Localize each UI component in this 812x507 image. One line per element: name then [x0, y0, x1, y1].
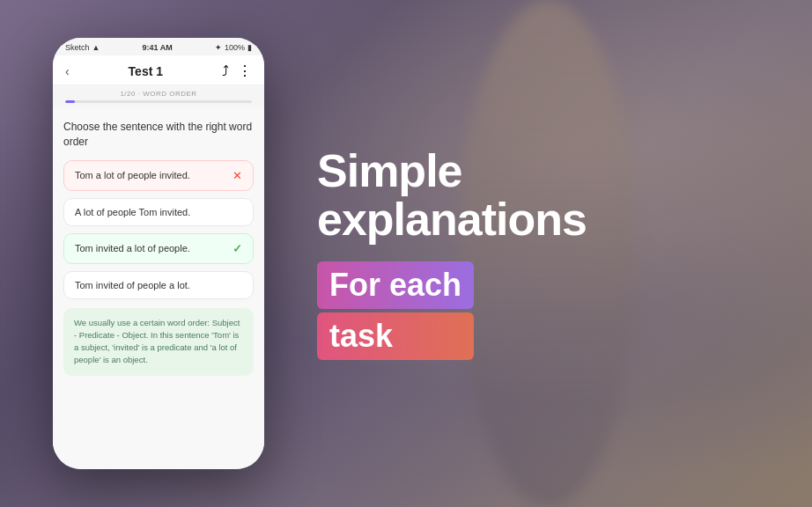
- main-container: Sketch ▲ 9:41 AM ✦ 100% ▮ ‹ Test 1 ⤴ ⋮ 1…: [0, 0, 812, 507]
- option-d-text: Tom invited of people a lot.: [75, 280, 190, 290]
- answer-option-d[interactable]: Tom invited of people a lot.: [63, 271, 254, 299]
- option-a-text: Tom a lot of people invited.: [75, 170, 190, 180]
- test-title: Test 1: [129, 64, 163, 78]
- phone-mockup: Sketch ▲ 9:41 AM ✦ 100% ▮ ‹ Test 1 ⤴ ⋮ 1…: [53, 38, 264, 469]
- main-title: Simple explanations: [317, 147, 759, 243]
- highlight-container: For each task: [317, 261, 474, 360]
- cross-icon: ✕: [233, 169, 242, 182]
- phone-content: Choose the sentence with the right word …: [53, 107, 264, 469]
- share-icon[interactable]: ⤴: [222, 63, 229, 79]
- answer-option-b[interactable]: A lot of people Tom invited.: [63, 198, 254, 226]
- carrier-text: Sketch: [65, 43, 90, 52]
- more-icon[interactable]: ⋮: [238, 62, 252, 79]
- progress-container: 1/20 · WORD ORDER: [53, 85, 264, 107]
- option-c-text: Tom invited a lot of people.: [75, 243, 190, 254]
- check-icon: ✓: [233, 242, 242, 255]
- explanation-box: We usually use a certain word order: Sub…: [63, 308, 254, 376]
- status-right: ✦ 100% ▮: [215, 43, 252, 52]
- highlight-line-1: For each: [317, 261, 474, 309]
- bluetooth-icon: ✦: [215, 43, 222, 52]
- battery-icon: ▮: [247, 43, 252, 52]
- question-text: Choose the sentence with the right word …: [63, 118, 254, 153]
- status-bar: Sketch ▲ 9:41 AM ✦ 100% ▮: [53, 38, 264, 55]
- status-time: 9:41 AM: [143, 43, 173, 52]
- option-b-text: A lot of people Tom invited.: [75, 207, 190, 217]
- main-title-line1: Simple: [317, 147, 759, 195]
- progress-fill: [65, 100, 75, 103]
- explanation-text: We usually use a certain word order: Sub…: [74, 318, 240, 365]
- back-button[interactable]: ‹: [65, 64, 70, 78]
- progress-label: 1/20 · WORD ORDER: [65, 90, 252, 98]
- wifi-icon: ▲: [92, 43, 100, 52]
- status-left: Sketch ▲: [65, 43, 100, 52]
- header-icons: ⤴ ⋮: [222, 62, 252, 79]
- highlight-line-2: task: [317, 312, 474, 360]
- answer-option-a[interactable]: Tom a lot of people invited. ✕: [63, 160, 254, 191]
- right-content: Simple explanations For each task: [317, 147, 759, 359]
- main-title-line2: explanations: [317, 195, 759, 244]
- answer-option-c[interactable]: Tom invited a lot of people. ✓: [63, 233, 254, 264]
- phone-header: ‹ Test 1 ⤴ ⋮: [53, 55, 264, 85]
- battery-text: 100%: [225, 43, 245, 52]
- progress-track: [65, 100, 252, 103]
